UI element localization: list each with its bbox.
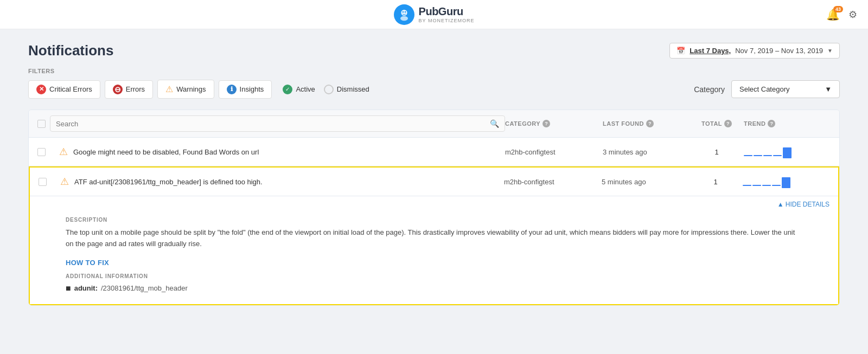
dismissed-label: Dismissed — [337, 85, 369, 93]
dismissed-status-button[interactable]: Dismissed — [324, 85, 369, 94]
row1-last-found: 3 minutes ago — [603, 148, 690, 156]
svg-point-2 — [400, 16, 408, 20]
filter-warnings-button[interactable]: ⚠ Warnings — [157, 80, 214, 99]
trend-help-icon: ? — [768, 120, 775, 127]
filter-errors-button[interactable]: ⊖ Errors — [105, 80, 153, 99]
row1-trend-chart — [744, 145, 792, 158]
critical-errors-icon: ✕ — [36, 85, 46, 94]
top-nav: PubGuru by MONETIZEMORE 🔔 43 ⚙ — [0, 0, 868, 29]
row2-trend — [743, 175, 829, 188]
dismissed-circle-icon — [324, 85, 334, 94]
logo-icon — [394, 4, 414, 25]
row2-description: The top unit on a mobile page should be … — [66, 227, 802, 250]
category-select-button[interactable]: Select Category ▼ — [731, 80, 840, 98]
trend-bar-tall — [783, 147, 792, 158]
row2-trend-chart — [743, 175, 790, 188]
row2-trend-dash-2 — [752, 185, 761, 186]
row1-total: 1 — [690, 148, 744, 156]
total-help-icon: ? — [724, 120, 732, 127]
page-title: Notifications — [28, 42, 113, 59]
status-filters: ✓ Active Dismissed — [283, 85, 369, 94]
row2-header: ⚠ ATF ad-unit[/23081961/ttg_mob_header] … — [30, 168, 838, 196]
active-label: Active — [296, 85, 315, 93]
row2-trend-dash-1 — [743, 185, 751, 186]
settings-gear-button[interactable]: ⚙ — [848, 9, 857, 21]
column-category: CATEGORY ? — [505, 120, 603, 127]
search-cell: 🔍 — [37, 115, 505, 132]
column-total: TOTAL ? — [690, 120, 744, 127]
filter-insights-button[interactable]: ℹ Insights — [219, 80, 272, 99]
search-wrapper: 🔍 — [50, 115, 505, 132]
calendar-icon: 📅 — [676, 47, 685, 55]
hide-details-row: ▲ HIDE DETAILS — [30, 196, 838, 208]
row1-checkbox[interactable] — [37, 148, 46, 156]
table-header: 🔍 CATEGORY ? LAST FOUND ? TOTAL ? TREND … — [29, 110, 839, 138]
svg-point-3 — [402, 11, 404, 12]
header-checkbox-cell — [37, 120, 46, 128]
trend-dash-3 — [763, 155, 772, 156]
row2-checkbox[interactable] — [39, 178, 47, 186]
row2-checkbox-cell — [39, 178, 60, 186]
total-col-label: TOTAL — [701, 120, 722, 127]
errors-label: Errors — [126, 85, 145, 93]
row2-message: ⚠ ATF ad-unit[/23081961/ttg_mob_header] … — [60, 176, 504, 188]
row1-warning-icon: ⚠ — [59, 146, 68, 158]
date-range-value: Nov 7, 2019 – Nov 13, 2019 — [735, 47, 823, 55]
row1-checkbox-cell — [37, 148, 59, 156]
row1-category: m2hb-configtest — [505, 148, 603, 156]
additional-info-item: ■ adunit: /23081961/ttg_mob_header — [66, 284, 802, 293]
row2-total: 1 — [688, 178, 743, 186]
row2-trend-dash-3 — [762, 185, 771, 186]
trend-dash-2 — [754, 155, 762, 156]
row2-trend-dash-4 — [772, 185, 781, 186]
logo-name: PubGuru — [419, 5, 463, 17]
logo: PubGuru by MONETIZEMORE — [394, 4, 475, 25]
notifications-bell-button[interactable]: 🔔 43 — [826, 8, 840, 21]
description-label: DESCRIPTION — [66, 217, 802, 223]
search-input[interactable] — [56, 120, 490, 128]
main-content: Notifications 📅 Last 7 Days, Nov 7, 2019… — [11, 29, 857, 319]
active-check-icon: ✓ — [283, 85, 292, 94]
row2-last-found: 5 minutes ago — [602, 178, 688, 186]
logo-sub: by MONETIZEMORE — [419, 18, 475, 23]
table-row: ⚠ Google might need to be disabled, Foun… — [29, 138, 839, 166]
column-trend: TREND ? — [744, 120, 831, 127]
trend-col-label: TREND — [744, 120, 765, 127]
logo-text-block: PubGuru by MONETIZEMORE — [419, 5, 475, 23]
how-to-fix-button[interactable]: HOW TO FIX — [66, 259, 802, 267]
info-key: adunit: — [74, 284, 98, 292]
category-col-label: CATEGORY — [505, 120, 540, 127]
active-status-button[interactable]: ✓ Active — [283, 85, 315, 94]
bullet-icon: ■ — [66, 284, 71, 293]
warnings-icon: ⚠ — [165, 84, 173, 94]
svg-point-4 — [404, 11, 406, 12]
category-filter-label: Category — [694, 85, 725, 94]
row1-trend — [744, 145, 831, 158]
notifications-table: 🔍 CATEGORY ? LAST FOUND ? TOTAL ? TREND … — [28, 110, 840, 306]
category-select-placeholder: Select Category — [739, 85, 790, 93]
row2-trend-bar-tall — [782, 177, 790, 188]
category-filter: Category Select Category ▼ — [694, 80, 840, 98]
warnings-label: Warnings — [176, 85, 206, 93]
page-header: Notifications 📅 Last 7 Days, Nov 7, 2019… — [28, 42, 840, 59]
critical-errors-label: Critical Errors — [49, 85, 92, 93]
row2-details-wrapper: ▲ HIDE DETAILS DESCRIPTION The top unit … — [30, 196, 838, 304]
row2-warning-icon: ⚠ — [60, 176, 69, 188]
row1-message-text: Google might need to be disabled, Found … — [73, 148, 259, 156]
filter-critical-errors-button[interactable]: ✕ Critical Errors — [28, 80, 100, 99]
additional-info-label: ADDITIONAL INFORMATION — [66, 273, 802, 279]
column-last-found: LAST FOUND ? — [603, 120, 690, 127]
select-all-checkbox[interactable] — [37, 120, 46, 128]
top-nav-actions: 🔔 43 ⚙ — [826, 8, 857, 21]
date-range-selector[interactable]: 📅 Last 7 Days, Nov 7, 2019 – Nov 13, 201… — [669, 43, 840, 59]
bell-badge: 43 — [833, 6, 843, 12]
search-icon: 🔍 — [490, 119, 499, 128]
expanded-table-row: ⚠ ATF ad-unit[/23081961/ttg_mob_header] … — [29, 166, 839, 305]
row1-message: ⚠ Google might need to be disabled, Foun… — [59, 146, 505, 158]
category-chevron-icon: ▼ — [825, 85, 832, 93]
category-help-icon: ? — [542, 120, 550, 127]
insights-icon: ℹ — [227, 85, 237, 94]
trend-dash-4 — [773, 155, 782, 156]
trend-dash-1 — [744, 155, 752, 156]
hide-details-button[interactable]: ▲ HIDE DETAILS — [777, 201, 829, 208]
